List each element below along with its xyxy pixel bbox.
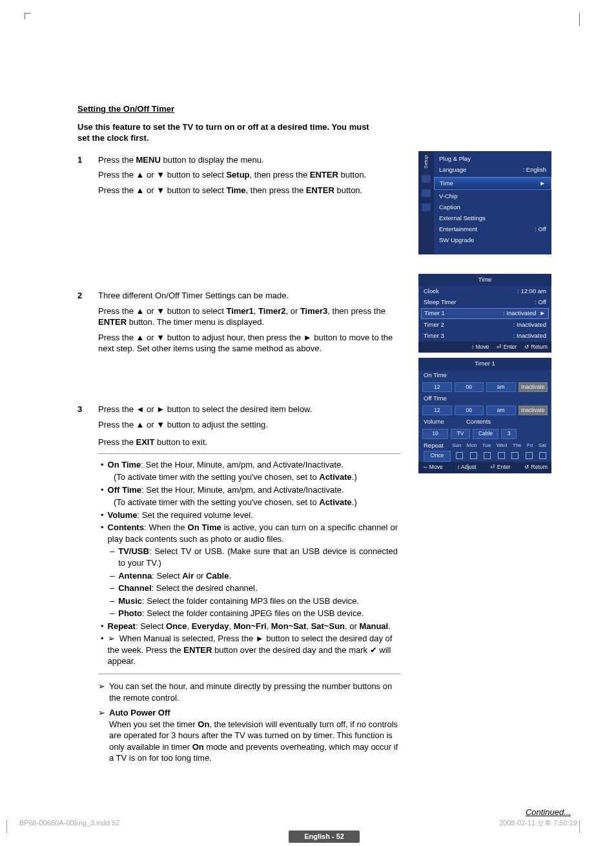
day-checkbox <box>526 452 533 459</box>
move-hint: ↔ Move <box>422 464 443 471</box>
arrow-icon: ➢ <box>98 681 105 703</box>
osd-time-menu: Time Clock: 12:00 am Sleep Timer: Off Ti… <box>418 274 551 353</box>
osd-highlighted-row: Time► <box>434 177 551 191</box>
notes: ➢You can set the hour, and minute direct… <box>98 681 400 764</box>
day-checkbox <box>498 452 505 459</box>
day-checkbox <box>484 452 491 459</box>
osd-title: Timer 1 <box>418 358 551 370</box>
osd-highlighted-row: Timer 1: Inactivated ► <box>421 308 549 319</box>
options-list: •On Time: Set the Hour, Minute, am/pm, a… <box>98 453 400 674</box>
intro-text: Use this feature to set the TV to turn o… <box>77 121 381 144</box>
ampm-cell: am <box>486 382 516 392</box>
page-number-badge: English - 52 <box>289 831 360 843</box>
osd-title: Time <box>418 274 551 286</box>
step-text: Press the ◄ or ► button to select the de… <box>98 404 400 768</box>
enter-hint: ⏎ Enter <box>497 344 517 351</box>
chevron-right-icon: ► <box>540 309 546 316</box>
source-cell: TV <box>451 429 470 438</box>
once-cell: Once <box>424 451 451 462</box>
state-cell: Inactivate <box>518 382 548 392</box>
section-title: Setting the On/Off Timer <box>77 103 400 115</box>
input-icon <box>422 203 431 211</box>
footer-file: BP68-00660A-00Eng_3.indd 52 <box>19 818 119 828</box>
step-number: 3 <box>77 404 87 768</box>
osd-tab-label: Setup <box>423 155 430 169</box>
move-hint: ↕ Move <box>471 344 489 351</box>
volume-cell: 10 <box>422 429 448 438</box>
osd-setup-menu: Setup Plug & Play Language: English Time… <box>418 151 551 254</box>
continued-label: Continued... <box>77 807 571 818</box>
chip-icon <box>422 189 431 197</box>
footer-date: 2008-02-11 오후 7:50:19 <box>499 818 577 828</box>
chevron-right-icon: ► <box>540 180 546 188</box>
arrow-icon: ➢ <box>98 707 105 764</box>
day-checkbox <box>470 452 477 459</box>
channel-cell: 3 <box>501 429 517 438</box>
check-icon: ✔ <box>370 645 377 656</box>
step-number: 1 <box>77 154 87 200</box>
enter-hint: ⏎ Enter <box>490 464 510 471</box>
return-hint: ↺ Return <box>524 344 548 351</box>
adjust-hint: ↕ Adjust <box>457 464 477 471</box>
step-number: 2 <box>77 290 87 358</box>
day-checkbox <box>539 452 546 459</box>
gear-icon <box>422 175 431 183</box>
antenna-cell: Cable <box>473 429 498 438</box>
step-text: Press the MENU button to display the men… <box>98 154 400 200</box>
day-checkbox <box>511 452 518 459</box>
hour-cell: 12 <box>422 382 452 392</box>
step-text: Three different On/Off Timer Settings ca… <box>98 290 400 358</box>
return-hint: ↺ Return <box>524 464 548 471</box>
day-checkbox <box>456 452 463 459</box>
minute-cell: 00 <box>455 382 484 392</box>
osd-timer1-menu: Timer 1 On Time 12 00 am Inactivate Off … <box>418 358 551 473</box>
